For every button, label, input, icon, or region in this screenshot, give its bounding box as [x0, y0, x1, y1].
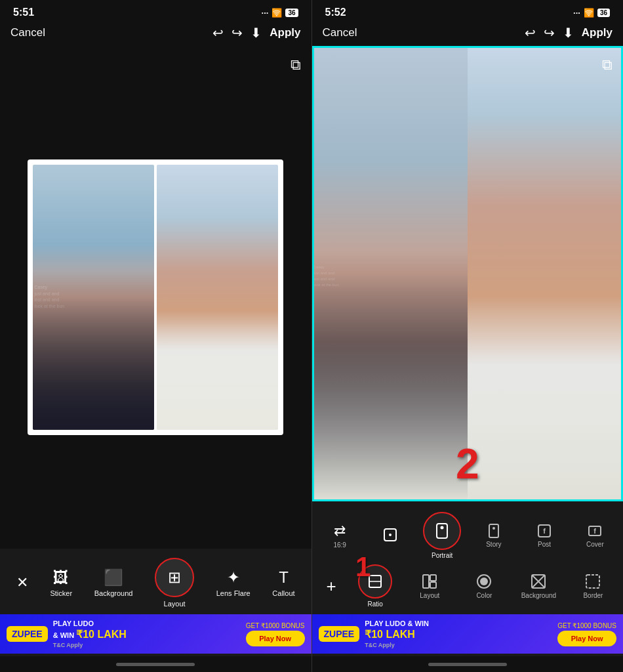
toolbar-top-row: ⇄ 16:9 Portrait [312, 507, 624, 562]
callout-icon: T [279, 568, 289, 587]
collage-photo-right[interactable] [157, 165, 278, 430]
lens-flare-icon: ✦ [227, 568, 240, 587]
svg-point-3 [441, 526, 444, 530]
banner-brand-2: ZUPEE [324, 629, 355, 639]
battery-2: 36 [597, 9, 610, 17]
close-button-1[interactable]: ✕ [16, 574, 28, 591]
wifi-icon-2: 🛜 [584, 8, 594, 18]
ratio-tool[interactable]: Ratio [357, 564, 393, 608]
layout-icon: ⊞ [168, 568, 181, 587]
undo-button-2[interactable]: ↩ [525, 25, 536, 41]
cover-tool[interactable]: f Cover [577, 523, 613, 548]
apply-button-2[interactable]: Apply [582, 26, 613, 39]
svg-rect-12 [423, 575, 429, 588]
time-2: 5:52 [325, 7, 346, 18]
color-label: Color [476, 592, 492, 599]
image-area-1: ⧉ Caseyjust and andlost and andlook at t… [0, 46, 312, 549]
image-area-2: Caseyjust and andlost and andlook at the… [312, 46, 624, 501]
full-photo-right[interactable] [468, 46, 623, 501]
color-icon [475, 573, 492, 590]
background-tool-2[interactable]: Background [521, 573, 557, 599]
ratio-16-9-tool[interactable]: ⇄ 16:9 [322, 522, 358, 549]
background-icon: ⬛ [104, 568, 123, 587]
save-button-2[interactable]: ⬇ [563, 25, 574, 41]
layout-icon-2 [421, 573, 438, 590]
background-icon-2 [530, 573, 547, 590]
cancel-button-1[interactable]: Cancel [10, 26, 45, 39]
redo-button-1[interactable]: ↪ [231, 25, 243, 41]
banner-text-2: PLAY LUDO & WIN ₹10 LAKH T&C Apply [365, 619, 429, 650]
status-right-1: ··· 🛜 36 [262, 8, 298, 18]
border-icon [584, 573, 601, 590]
lens-flare-label: Lens Flare [216, 589, 251, 597]
banner-text-1: PLAY LUDO & WIN ₹10 LAKH T&C Apply [53, 619, 127, 650]
home-bar-2 [428, 663, 507, 666]
sticker-tool[interactable]: 🖼 Sticker [50, 568, 72, 597]
cover-icon: f [587, 523, 603, 539]
svg-rect-2 [437, 524, 447, 538]
square-ratio-icon [382, 527, 398, 543]
top-bar-left-2: Cancel [323, 26, 357, 39]
apply-button-1[interactable]: Apply [270, 26, 300, 39]
story-icon [486, 523, 502, 539]
portrait-tool[interactable]: Portrait [423, 512, 461, 559]
ratio-circle [358, 564, 392, 598]
undo-button-1[interactable]: ↩ [212, 25, 224, 41]
banner-cta-2[interactable]: Play Now [557, 631, 616, 646]
layout-active-circle: ⊞ [155, 558, 194, 597]
portrait-label: Portrait [432, 552, 452, 559]
full-collage: Caseyjust and andlost and andlook at the… [312, 46, 624, 501]
add-button[interactable]: + [324, 576, 339, 597]
svg-text:f: f [594, 527, 597, 535]
panel-1: 5:51 ··· 🛜 36 Cancel ↩ ↪ ⬇ Apply ⧉ Casey… [0, 0, 312, 672]
layout-label-2: Layout [420, 592, 439, 599]
save-button-1[interactable]: ⬇ [251, 25, 262, 41]
signal-dots-2: ··· [573, 8, 580, 18]
background-tool[interactable]: ⬛ Background [94, 568, 133, 597]
battery-1: 36 [285, 9, 298, 17]
border-tool[interactable]: Border [575, 573, 611, 599]
banner-brand-1: ZUPEE [12, 629, 43, 639]
cancel-button-2[interactable]: Cancel [323, 26, 357, 39]
status-right-2: ··· 🛜 36 [573, 8, 610, 18]
post-tool[interactable]: f Post [527, 523, 563, 548]
top-bar-right-1: ↩ ↪ ⬇ Apply [212, 25, 300, 41]
callout-tool[interactable]: T Callout [272, 568, 294, 597]
collage-frame-1: Caseyjust and andlost and andlook at the… [28, 159, 283, 435]
svg-rect-4 [489, 524, 498, 537]
bottom-toolbar-1: ✕ 🖼 Sticker ⬛ Background ⊞ Layout ✦ [0, 549, 312, 656]
callout-label: Callout [272, 589, 294, 597]
toolbar-bottom-row: + Ratio Layout [312, 562, 624, 614]
story-tool[interactable]: Story [475, 523, 512, 548]
portrait-icon [433, 522, 451, 540]
ratio-16-9-icon: ⇄ [334, 522, 346, 539]
background-label-2: Background [521, 592, 556, 599]
top-bar-1: Cancel ↩ ↪ ⬇ Apply [0, 22, 312, 46]
sticker-label: Sticker [50, 589, 72, 597]
svg-rect-13 [430, 575, 436, 581]
lens-flare-tool[interactable]: ✦ Lens Flare [216, 568, 251, 597]
status-bar-2: 5:52 ··· 🛜 36 [312, 0, 624, 22]
banner-cta-1[interactable]: Play Now [246, 631, 305, 646]
layer-icon-1[interactable]: ⧉ [291, 56, 301, 74]
square-ratio-tool[interactable] [372, 527, 409, 545]
svg-point-16 [480, 578, 488, 585]
post-icon: f [536, 523, 552, 539]
wifi-icon-1: 🛜 [271, 8, 282, 18]
banner-ad-1: ZUPEE PLAY LUDO & WIN ₹10 LAKH T&C Apply… [0, 614, 312, 654]
story-label: Story [486, 541, 501, 548]
layer-icon-2[interactable]: ⧉ [602, 56, 613, 74]
top-bar-right-2: ↩ ↪ ⬇ Apply [525, 25, 613, 41]
sticker-icon: 🖼 [53, 568, 69, 587]
toolbar-row-1: ✕ 🖼 Sticker ⬛ Background ⊞ Layout ✦ [0, 554, 312, 614]
layout-tool-2[interactable]: Layout [412, 573, 448, 599]
color-tool[interactable]: Color [466, 573, 502, 599]
time-1: 5:51 [13, 7, 34, 18]
collage-photo-left[interactable]: Caseyjust and andlost and andlook at the… [33, 165, 154, 430]
redo-button-2[interactable]: ↪ [544, 25, 555, 41]
border-label: Border [583, 592, 603, 599]
layout-label: Layout [164, 600, 186, 608]
portrait-circle [423, 512, 461, 550]
signal-dots-1: ··· [262, 8, 269, 18]
layout-tool[interactable]: ⊞ Layout [155, 558, 194, 608]
